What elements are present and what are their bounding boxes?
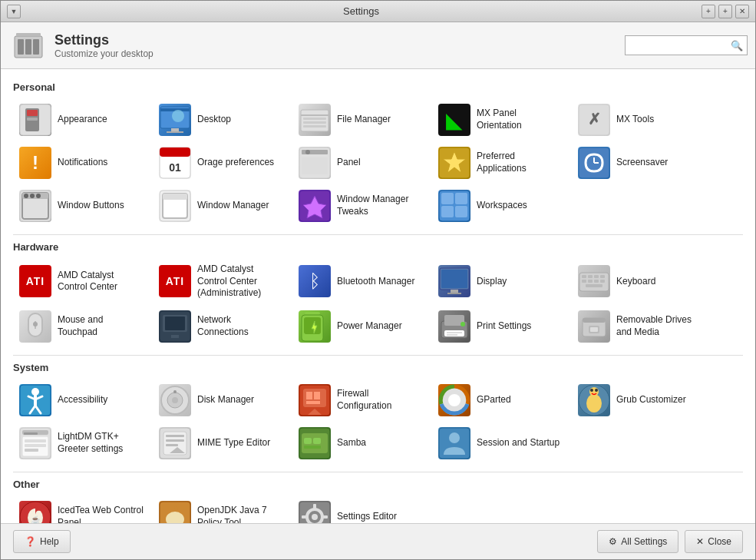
appearance-label: Appearance — [58, 114, 107, 126]
svg-rect-125 — [304, 446, 321, 449]
grid-item-notifications[interactable]: !Notifications — [13, 142, 151, 184]
workspaces-icon — [438, 190, 470, 222]
svg-rect-9 — [27, 122, 38, 128]
grid-item-firewall[interactable]: Firewall Configuration — [292, 379, 431, 421]
svg-point-28 — [305, 150, 310, 154]
help-button[interactable]: ❓ Help — [13, 530, 71, 553]
grid-item-print-settings[interactable]: Print Settings — [432, 306, 570, 347]
svg-rect-44 — [441, 193, 454, 204]
grid-item-appearance[interactable]: Appearance — [13, 99, 151, 141]
svg-point-37 — [36, 194, 41, 198]
svg-rect-45 — [455, 193, 467, 204]
mouse-touchpad-label: Mouse and Touchpad — [58, 314, 145, 338]
grid-item-lightdm[interactable]: LightDM GTK+ Greeter settings — [13, 422, 151, 464]
grid-item-accessibility[interactable]: Accessibility — [13, 379, 151, 421]
header-title: Settings — [54, 32, 154, 48]
grid-item-mouse-touchpad[interactable]: Mouse and Touchpad — [13, 306, 151, 347]
removable-drives-label: Removable Drives and Media — [616, 314, 704, 338]
ati-amd-catalyst-label: AMD Catalyst Control Center — [58, 270, 145, 293]
titlebar-arrow[interactable]: ▼ — [7, 5, 21, 18]
grid-item-power-manager[interactable]: Power Manager — [292, 306, 431, 347]
grid-item-mx-panel-orientation[interactable]: ◣MX Panel Orientation — [432, 99, 570, 141]
openjdk-label: OpenJDK Java 7 Policy Tool — [197, 505, 285, 523]
window-title: Settings — [21, 5, 702, 17]
svg-rect-19 — [303, 125, 326, 128]
search-icon: 🔍 — [731, 40, 743, 51]
svg-rect-53 — [582, 275, 586, 278]
grid-item-screensaver[interactable]: Screensaver — [572, 142, 710, 184]
svg-rect-60 — [600, 280, 605, 283]
workspaces-label: Workspaces — [477, 200, 527, 212]
all-settings-button[interactable]: ⚙ All Settings — [597, 530, 678, 553]
print-settings-icon — [438, 310, 470, 343]
grid-item-session-startup[interactable]: Session and Startup — [432, 422, 570, 464]
removable-drives-icon — [578, 310, 610, 343]
keyboard-label: Keyboard — [616, 276, 655, 288]
grid-item-settings-editor[interactable]: Settings Editor — [292, 496, 431, 523]
grid-item-workspaces[interactable]: Workspaces — [432, 185, 570, 227]
search-input[interactable] — [625, 35, 748, 55]
grid-item-mime-type[interactable]: MIME Type Editor — [153, 422, 291, 464]
svg-rect-7 — [27, 110, 38, 116]
grid-item-icedtea[interactable]: ☕IcedTea Web Control Panel — [13, 496, 151, 523]
grid-item-desktop[interactable]: Desktop — [153, 99, 291, 141]
samba-label: Samba — [337, 437, 366, 449]
gparted-label: GParted — [477, 394, 511, 406]
grid-item-bluetooth-manager[interactable]: ᛒBluetooth Manager — [292, 259, 431, 304]
svg-rect-119 — [166, 444, 178, 446]
bluetooth-manager-label: Bluetooth Manager — [337, 276, 414, 288]
grid-item-display[interactable]: Display — [432, 259, 570, 304]
grid-item-keyboard[interactable]: Keyboard — [572, 259, 710, 304]
grid-item-ati-amd-catalyst-admin[interactable]: ATIAMD Catalyst Control Center (Administ… — [153, 259, 291, 304]
svg-rect-59 — [594, 280, 599, 283]
grid-item-window-manager[interactable]: Window Manager — [153, 185, 291, 227]
titlebar-left: ▼ — [7, 5, 21, 18]
grid-item-panel[interactable]: Panel — [292, 142, 431, 184]
grid-item-samba[interactable]: Samba — [292, 422, 431, 464]
close-button[interactable]: ✕ Close — [685, 530, 743, 553]
grid-item-network-connections[interactable]: Network Connections — [153, 306, 291, 347]
grid-item-preferred-applications[interactable]: Preferred Applications — [432, 142, 570, 184]
grid-item-window-manager-tweaks[interactable]: Window Manager Tweaks — [292, 185, 431, 227]
grid-item-window-buttons[interactable]: Window Buttons — [13, 185, 151, 227]
svg-rect-27 — [302, 157, 328, 174]
svg-rect-2 — [25, 39, 31, 55]
svg-text:✗: ✗ — [588, 111, 601, 128]
icedtea-label: IcedTea Web Control Panel — [58, 505, 145, 523]
close-button[interactable]: ✕ — [735, 5, 749, 18]
grid-item-disk-manager[interactable]: Disk Manager — [153, 379, 291, 421]
all-settings-label: All Settings — [621, 536, 667, 547]
session-startup-label: Session and Startup — [477, 437, 560, 449]
grid-item-mx-tools[interactable]: ✗MX Tools — [572, 99, 710, 141]
svg-rect-56 — [600, 275, 605, 278]
svg-rect-51 — [447, 293, 461, 294]
grid-item-orage-preferences[interactable]: 01Orage preferences — [153, 142, 291, 184]
bluetooth-manager-icon: ᛒ — [299, 265, 331, 297]
svg-rect-49 — [441, 270, 467, 288]
svg-rect-18 — [303, 121, 326, 124]
panel-label: Panel — [337, 157, 361, 169]
grid-item-removable-drives[interactable]: Removable Drives and Media — [572, 306, 710, 347]
grub-customizer-label: Grub Customizer — [616, 394, 686, 406]
svg-point-36 — [30, 194, 35, 198]
screensaver-icon — [578, 147, 610, 179]
pin-button[interactable]: + — [702, 5, 715, 18]
svg-rect-3 — [33, 39, 39, 55]
mouse-touchpad-icon — [19, 310, 51, 343]
grid-item-grub-customizer[interactable]: Grub Customizer — [572, 379, 710, 421]
ati-amd-catalyst-icon: ATI — [19, 265, 51, 297]
help-icon: ❓ — [25, 536, 36, 547]
svg-rect-68 — [167, 332, 183, 335]
section-grid-hardware: ATIAMD Catalyst Control CenterATIAMD Cat… — [13, 259, 743, 347]
grid-item-file-manager[interactable]: File Manager — [292, 99, 431, 141]
svg-rect-13 — [167, 131, 183, 133]
maximize-button[interactable]: + — [718, 5, 732, 18]
grid-item-gparted[interactable]: GParted — [432, 379, 570, 421]
grid-item-ati-amd-catalyst[interactable]: ATIAMD Catalyst Control Center — [13, 259, 151, 304]
firewall-label: Firewall Configuration — [337, 388, 424, 412]
svg-point-64 — [33, 322, 38, 326]
grid-item-openjdk[interactable]: OpenJDK Java 7 Policy Tool — [153, 496, 291, 523]
svg-rect-112 — [25, 439, 46, 442]
screensaver-label: Screensaver — [616, 157, 668, 169]
svg-point-14 — [172, 110, 184, 122]
